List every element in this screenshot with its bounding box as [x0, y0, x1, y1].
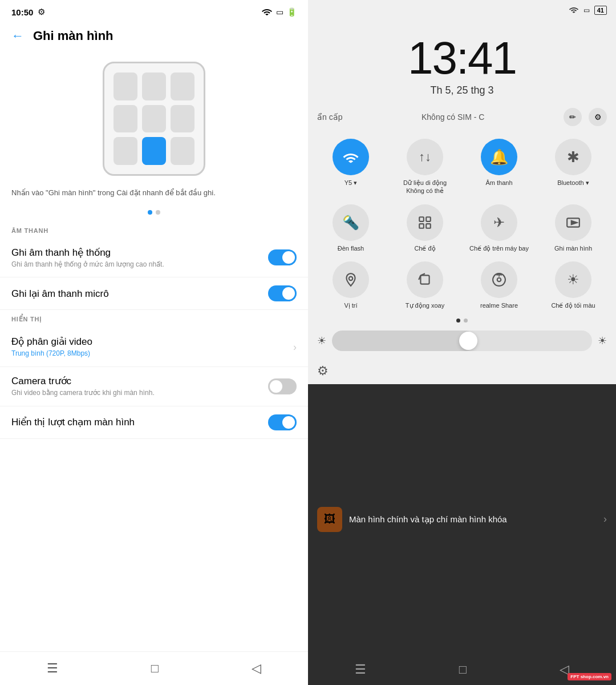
tile-btn-auto-rotate[interactable] — [407, 261, 443, 298]
tile-label-location: Vị trí — [344, 301, 357, 309]
tile-label-sound: Âm thanh — [485, 179, 512, 187]
tile-label-screen-record: Ghi màn hình — [554, 244, 592, 252]
toggle-knob-front-camera — [270, 380, 282, 393]
setting-microphone[interactable]: Ghi lại âm thanh micrô — [0, 277, 308, 310]
tile-sound[interactable]: 🔔 Âm thanh — [465, 139, 533, 195]
sound-icon: 🔔 — [490, 148, 508, 166]
svg-rect-7 — [420, 275, 429, 284]
quick-tiles-row3: Vị trí Tự động xoay realme Share ☀ Chế đ… — [308, 259, 616, 316]
page-indicator — [0, 208, 308, 221]
tile-btn-mode[interactable] — [407, 204, 443, 241]
setting-front-camera[interactable]: Camera trước Ghi video bằng camera trước… — [0, 367, 308, 406]
brightness-track[interactable] — [332, 331, 592, 351]
settings-gear-icon[interactable]: ⚙ — [317, 364, 329, 378]
tile-location[interactable]: Vị trí — [317, 261, 384, 309]
description-text: Nhấn vào "Ghi màn hình" trong Cài đặt nh… — [0, 182, 308, 208]
wallpaper-text-content: Màn hình chính và tạp chí màn hình khóa — [342, 514, 603, 525]
toggle-show-touch[interactable] — [268, 414, 297, 430]
setting-video-resolution[interactable]: Độ phân giải video Trung bình (720P, 8Mb… — [0, 328, 308, 367]
tile-wifi[interactable]: Y5 ▾ — [317, 139, 384, 195]
notification-bar: ẩn cấp Không có SIM - C ✏ ⚙ — [308, 102, 616, 132]
settings-notif-btn[interactable]: ⚙ — [589, 108, 607, 126]
tile-btn-mobile-data[interactable]: ↑↓ — [407, 139, 443, 175]
tile-btn-location[interactable] — [333, 261, 369, 298]
tile-mobile-data[interactable]: ↑↓ Dữ liệu di độngKhông có thẻ — [391, 139, 459, 195]
setting-front-camera-subtitle: Ghi video bằng camera trước khi ghi màn … — [11, 388, 268, 398]
section-am-thanh: ÂM THANH — [0, 221, 308, 239]
toggle-knob-system-audio — [282, 251, 295, 264]
right-home-icon[interactable]: □ — [459, 662, 467, 677]
app-icon-3 — [171, 72, 194, 100]
tile-auto-rotate[interactable]: Tự động xoay — [391, 261, 459, 309]
page-header: ← Ghi màn hình — [0, 22, 308, 50]
brightness-high-icon: ☀ — [598, 335, 607, 347]
setting-show-touch[interactable]: Hiển thị lượt chạm màn hình — [0, 406, 308, 439]
battery-icon: 🔋 — [287, 7, 297, 17]
tile-btn-wifi[interactable] — [333, 139, 369, 175]
chevron-right-icon: › — [293, 341, 297, 353]
edit-notif-btn[interactable]: ✏ — [564, 108, 582, 126]
tile-label-mode: Chế độ — [414, 244, 435, 252]
app-icon-5 — [142, 105, 166, 133]
setting-video-resolution-subtitle: Trung bình (720P, 8Mbps) — [11, 349, 293, 358]
toggle-knob-show-touch — [282, 416, 295, 429]
right-dot-2 — [464, 319, 468, 323]
svg-rect-3 — [426, 224, 431, 228]
wallpaper-card[interactable]: 🖼 Màn hình chính và tạp chí màn hình khó… — [308, 384, 616, 654]
app-icon-7 — [114, 137, 137, 165]
setting-system-audio-content: Ghi âm thanh hệ thống Ghi âm thanh hệ th… — [11, 247, 268, 269]
tile-mode[interactable]: Chế độ — [391, 204, 459, 252]
tile-realme-share[interactable]: realme Share — [465, 261, 533, 309]
tile-label-dark-mode: Chế độ tối màu — [551, 301, 595, 309]
brightness-fill — [332, 331, 475, 351]
tile-bluetooth[interactable]: ✱ Bluetooth ▾ — [540, 139, 607, 195]
tile-btn-dark-mode[interactable]: ☀ — [555, 261, 591, 298]
left-panel: 10:50 ⚙ ▭ 🔋 ← Ghi màn hình Nhấn v — [0, 0, 308, 685]
right-menu-icon[interactable]: ☰ — [355, 662, 366, 677]
tile-btn-sound[interactable]: 🔔 — [481, 139, 517, 175]
back-button[interactable]: ← — [11, 29, 24, 43]
right-battery-icon: 41 — [594, 6, 607, 15]
app-icon-screen-record — [142, 137, 166, 165]
tile-btn-airplane[interactable]: ✈ — [481, 204, 517, 241]
status-time: 10:50 — [11, 7, 33, 17]
setting-video-resolution-content: Độ phân giải video Trung bình (720P, 8Mb… — [11, 336, 293, 358]
tile-btn-realme-share[interactable] — [481, 261, 517, 298]
toggle-front-camera[interactable] — [268, 378, 297, 394]
dot-1 — [148, 210, 152, 215]
quick-tiles-row1: Y5 ▾ ↑↓ Dữ liệu di độngKhông có thẻ 🔔 Âm… — [308, 132, 616, 202]
right-panel: ▭ 41 13:41 Th 5, 25 thg 3 ẩn cấp Không c… — [308, 0, 616, 685]
tile-screen-record[interactable]: Ghi màn hình — [540, 204, 607, 252]
svg-point-6 — [349, 276, 353, 280]
section-hien-thi: HIỂN THỊ — [0, 310, 308, 328]
page-title: Ghi màn hình — [33, 29, 114, 43]
app-icon-2 — [142, 72, 166, 100]
setting-video-resolution-title: Độ phân giải video — [11, 336, 293, 348]
screen-icon: ▭ — [276, 7, 283, 17]
brightness-knob[interactable] — [459, 332, 477, 350]
back-nav-icon[interactable]: ◁ — [252, 661, 261, 676]
tile-label-mobile-data: Dữ liệu di độngKhông có thẻ — [403, 179, 447, 195]
svg-rect-2 — [419, 224, 424, 228]
tile-dark-mode[interactable]: ☀ Chế độ tối màu — [540, 261, 607, 309]
home-icon[interactable]: □ — [151, 661, 159, 676]
tile-btn-bluetooth[interactable]: ✱ — [555, 139, 591, 175]
svg-rect-0 — [419, 217, 424, 221]
mobile-data-icon: ↑↓ — [419, 150, 431, 164]
svg-rect-1 — [426, 217, 431, 221]
setting-system-audio[interactable]: Ghi âm thanh hệ thống Ghi âm thanh hệ th… — [0, 239, 308, 278]
menu-icon[interactable]: ☰ — [47, 661, 58, 676]
tile-airplane[interactable]: ✈ Chế độ trên máy bay — [465, 204, 533, 252]
notif-center-text: Không có SIM - C — [422, 112, 485, 122]
flash-icon: 🔦 — [342, 215, 359, 231]
tile-btn-screen-record[interactable] — [555, 204, 591, 241]
settings-row-bottom: ⚙ — [308, 358, 616, 384]
status-bar-left: 10:50 ⚙ ▭ 🔋 — [0, 0, 308, 22]
brightness-bar[interactable]: ☀ ☀ — [308, 328, 616, 358]
tile-btn-flash[interactable]: 🔦 — [333, 204, 369, 241]
right-wifi-icon — [569, 6, 579, 15]
wallpaper-icon: 🖼 — [317, 507, 342, 532]
toggle-system-audio[interactable] — [268, 249, 297, 265]
toggle-microphone[interactable] — [268, 285, 297, 301]
tile-flash[interactable]: 🔦 Đèn flash — [317, 204, 384, 252]
